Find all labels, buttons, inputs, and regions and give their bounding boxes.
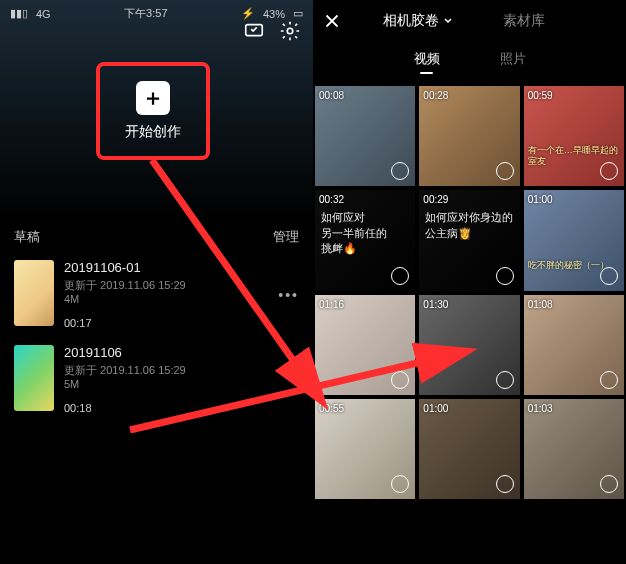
battery-label: 43%: [263, 8, 285, 20]
select-circle-icon[interactable]: [496, 162, 514, 180]
media-cell[interactable]: 00:55: [315, 399, 415, 499]
create-highlight-box: ＋ 开始创作: [96, 62, 210, 160]
select-circle-icon[interactable]: [496, 267, 514, 285]
select-circle-icon[interactable]: [496, 371, 514, 389]
media-picker-screen: 相机胶卷 素材库 视频 照片 00:08 00:28 00:59有一个在…早睡早…: [313, 0, 626, 564]
project-size: 4M: [64, 293, 299, 305]
plus-icon: ＋: [142, 87, 164, 109]
media-duration: 01:00: [528, 194, 553, 205]
select-circle-icon[interactable]: [391, 371, 409, 389]
media-duration: 00:28: [423, 90, 448, 101]
media-text-line: 挑衅🔥: [321, 241, 387, 256]
project-title: 20191106: [64, 345, 299, 360]
media-duration: 01:16: [319, 299, 344, 310]
close-icon[interactable]: [321, 10, 343, 32]
subtab-video[interactable]: 视频: [414, 50, 440, 74]
battery-icon: ▭: [293, 7, 303, 20]
media-cell[interactable]: 01:00吃不胖的秘密（一）: [524, 190, 624, 290]
drafts-title: 草稿: [14, 228, 40, 246]
qa-icon[interactable]: [243, 20, 265, 42]
tab-library-label: 素材库: [503, 12, 545, 30]
media-cell[interactable]: 00:28: [419, 86, 519, 186]
project-row[interactable]: 20191106-01 更新于 2019.11.06 15:29 4M 00:1…: [0, 252, 313, 337]
media-duration: 00:59: [528, 90, 553, 101]
media-text-line: 另一半前任的: [321, 226, 387, 241]
media-cell[interactable]: 01:30: [419, 295, 519, 395]
bolt-icon: ⚡: [241, 7, 255, 20]
project-thumbnail: [14, 345, 54, 411]
media-cell[interactable]: 01:16: [315, 295, 415, 395]
select-circle-icon[interactable]: [391, 267, 409, 285]
media-duration: 01:30: [423, 299, 448, 310]
chevron-down-icon: [443, 16, 453, 26]
media-duration: 01:08: [528, 299, 553, 310]
select-circle-icon[interactable]: [600, 267, 618, 285]
create-button[interactable]: ＋: [136, 81, 170, 115]
manage-link[interactable]: 管理: [273, 228, 299, 246]
select-circle-icon[interactable]: [391, 475, 409, 493]
media-cell[interactable]: 00:32 如何应对 另一半前任的 挑衅🔥: [315, 190, 415, 290]
subtab-photo[interactable]: 照片: [500, 50, 526, 74]
project-duration: 00:18: [64, 402, 299, 414]
media-text-line: 如何应对: [321, 210, 387, 225]
picker-top-bar: 相机胶卷 素材库: [313, 0, 626, 36]
select-circle-icon[interactable]: [600, 162, 618, 180]
media-cell[interactable]: 00:59有一个在…早睡早起的室友: [524, 86, 624, 186]
media-duration: 01:00: [423, 403, 448, 414]
editor-app-screen: ▮▮▯ 4G 下午3:57 ⚡ 43% ▭ ＋ 开始创作: [0, 0, 313, 564]
settings-icon[interactable]: [279, 20, 301, 42]
carrier-label: 4G: [36, 8, 51, 20]
project-duration: 00:17: [64, 317, 299, 329]
tab-camera-roll[interactable]: 相机胶卷: [383, 12, 453, 30]
media-grid: 00:08 00:28 00:59有一个在…早睡早起的室友 00:32 如何应对…: [313, 84, 626, 499]
media-duration: 00:55: [319, 403, 344, 414]
project-updated: 更新于 2019.11.06 15:29: [64, 363, 299, 378]
project-updated: 更新于 2019.11.06 15:29: [64, 278, 299, 293]
media-text-line: 如何应对你身边的: [425, 210, 513, 225]
more-icon[interactable]: •••: [278, 287, 299, 303]
media-cell[interactable]: 00:08: [315, 86, 415, 186]
project-thumbnail: [14, 260, 54, 326]
select-circle-icon[interactable]: [600, 371, 618, 389]
select-circle-icon[interactable]: [496, 475, 514, 493]
media-cell[interactable]: 01:00: [419, 399, 519, 499]
svg-point-1: [287, 28, 293, 34]
media-duration: 01:03: [528, 403, 553, 414]
hero-area: ▮▮▯ 4G 下午3:57 ⚡ 43% ▭ ＋ 开始创作: [0, 0, 313, 220]
media-duration: 00:32: [319, 194, 344, 205]
project-row[interactable]: 20191106 更新于 2019.11.06 15:29 5M 00:18: [0, 337, 313, 422]
project-size: 5M: [64, 378, 299, 390]
select-circle-icon[interactable]: [600, 475, 618, 493]
media-subtabs: 视频 照片: [313, 36, 626, 84]
project-title: 20191106-01: [64, 260, 299, 275]
select-circle-icon[interactable]: [391, 162, 409, 180]
media-text-line: 公主病👸: [425, 226, 513, 241]
drafts-header: 草稿 管理: [0, 220, 313, 252]
signal-icon: ▮▮▯: [10, 7, 28, 20]
create-label: 开始创作: [125, 123, 181, 141]
tab-library[interactable]: 素材库: [503, 12, 545, 30]
media-cell[interactable]: 01:08: [524, 295, 624, 395]
tab-camera-roll-label: 相机胶卷: [383, 12, 439, 30]
media-cell[interactable]: 00:29 如何应对你身边的 公主病👸: [419, 190, 519, 290]
status-time: 下午3:57: [124, 6, 167, 21]
media-duration: 00:29: [423, 194, 448, 205]
media-duration: 00:08: [319, 90, 344, 101]
media-cell[interactable]: 01:03: [524, 399, 624, 499]
